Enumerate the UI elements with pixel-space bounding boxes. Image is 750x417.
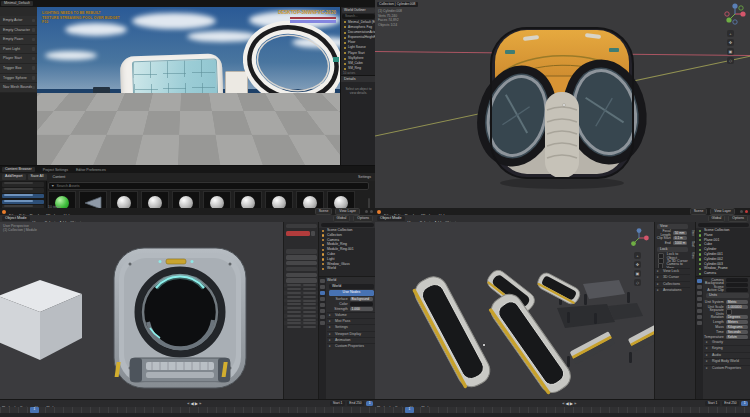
place-actors-list-item[interactable]: Player Start xyxy=(0,54,37,64)
viewport-3d[interactable]: + ✥ ▣ ◇ xyxy=(375,222,654,400)
scrollbar[interactable] xyxy=(368,198,370,208)
use-nodes-button[interactable]: Use Nodes xyxy=(329,290,374,296)
strength-value[interactable]: 1.000 xyxy=(350,307,373,311)
source-row[interactable] xyxy=(2,188,44,193)
asset-sphere[interactable] xyxy=(172,191,200,208)
mode-dropdown[interactable]: Object Mode xyxy=(377,216,405,222)
asset-sphere[interactable] xyxy=(296,191,324,208)
zoom-icon[interactable]: + xyxy=(634,252,641,259)
move-icon[interactable]: ✥ xyxy=(634,261,641,268)
tray-objects[interactable] xyxy=(375,222,654,400)
mode-dropdown[interactable]: Object Mode xyxy=(2,216,30,222)
panel-header[interactable] xyxy=(286,224,317,229)
breadcrumb[interactable]: Content xyxy=(53,175,66,179)
section-header[interactable] xyxy=(286,267,317,272)
asset-sphere[interactable] xyxy=(141,191,169,208)
filter-icon[interactable]: ▼ xyxy=(51,184,55,188)
tab-project-settings[interactable]: Project Settings xyxy=(43,168,68,172)
zoom-icon[interactable]: + xyxy=(727,30,734,37)
mode-field[interactable] xyxy=(286,249,317,254)
separate-units-checkbox[interactable] xyxy=(726,309,732,315)
outliner-tree-item[interactable]: SM_Ring xyxy=(341,66,375,71)
asset-sphere[interactable] xyxy=(203,191,231,208)
playback-controls[interactable]: «◀▶» xyxy=(562,401,577,406)
background-scene-field[interactable] xyxy=(726,283,748,287)
frame-end-field[interactable]: End 250 xyxy=(347,401,364,406)
current-frame-field[interactable]: 1 xyxy=(741,401,748,406)
view-layer-selector[interactable]: View Layer xyxy=(335,208,360,215)
asset-sphere[interactable] xyxy=(110,191,138,208)
place-actors-list-item[interactable]: Nav Mesh Bounds xyxy=(0,83,37,93)
nav-gizmo-icon[interactable] xyxy=(722,1,748,27)
view-layer-selector[interactable]: View Layer xyxy=(710,208,735,215)
panel-button[interactable] xyxy=(286,261,317,266)
timeline-ruler[interactable]: 1 xyxy=(375,407,750,413)
outliner-tab[interactable]: World Outliner xyxy=(342,8,375,13)
orientation-dropdown[interactable]: Global xyxy=(708,215,726,222)
window-controls[interactable] xyxy=(738,210,748,213)
rotation-unit[interactable]: Degrees xyxy=(726,315,748,319)
scene-selector[interactable]: Scene xyxy=(315,208,333,215)
perspective-icon[interactable]: ◇ xyxy=(634,279,641,286)
options-dropdown[interactable]: Options xyxy=(353,215,373,222)
clip-start-field[interactable]: 0.1 m xyxy=(673,236,687,240)
asset-sphere[interactable] xyxy=(234,191,262,208)
playback-controls[interactable]: «◀▶» xyxy=(187,401,202,406)
level-tab[interactable]: Minimal_Default xyxy=(1,1,33,6)
place-actors-list-item[interactable]: Empty Character xyxy=(0,26,37,36)
source-row[interactable] xyxy=(2,182,44,187)
temperature-unit[interactable]: Kelvin xyxy=(726,335,748,339)
active-clip-field[interactable] xyxy=(726,288,748,292)
save-all-button[interactable]: Save All xyxy=(28,174,47,180)
collapsed-sections-item[interactable]: Custom Properties xyxy=(327,343,375,349)
perspective-icon[interactable]: ◇ xyxy=(727,57,734,64)
source-row-selected[interactable] xyxy=(2,200,44,205)
world-datablock[interactable]: World xyxy=(329,284,374,289)
mass-unit[interactable]: Kilograms xyxy=(726,325,748,329)
options-dropdown[interactable]: Options xyxy=(728,215,748,222)
focal-length-field[interactable]: 50 mm xyxy=(673,231,687,235)
properties-tabs[interactable] xyxy=(319,277,326,401)
details-tab[interactable]: Details xyxy=(341,75,375,82)
outliner-tree-item[interactable]: World xyxy=(319,266,375,271)
blender-viewport-pod[interactable]: Collection | Cylinder.008 (1) Cylinder.0… xyxy=(375,0,750,208)
place-actors-list-item[interactable]: Empty Actor xyxy=(0,16,37,26)
panel-button[interactable] xyxy=(286,273,317,278)
panel-button[interactable] xyxy=(286,255,317,260)
time-unit[interactable]: Seconds xyxy=(726,330,748,334)
place-actors-tabs[interactable] xyxy=(0,7,37,16)
place-actors-list-item[interactable]: Trigger Box xyxy=(0,64,37,74)
frame-start-field[interactable]: Start 1 xyxy=(330,401,345,406)
collapsed-sections-item[interactable]: Annotations xyxy=(655,287,690,293)
properties-tabs[interactable] xyxy=(696,277,703,401)
camera-icon[interactable]: ▣ xyxy=(727,48,734,55)
ring-module-mesh[interactable] xyxy=(100,246,260,396)
clip-end-field[interactable]: 1000 m xyxy=(673,241,687,245)
unreal-viewport[interactable]: LIGHTING NEEDS TO BE REBUILT TEXTURE STR… xyxy=(37,7,340,165)
place-actors-list-item[interactable]: Point Light xyxy=(0,45,37,55)
current-frame-field[interactable]: 1 xyxy=(366,401,373,406)
missing-path-field[interactable] xyxy=(286,231,310,236)
asset-sphere[interactable] xyxy=(327,191,355,208)
source-row-selected[interactable] xyxy=(2,194,44,199)
viewport-3d[interactable]: User Perspective (1) Collection | Module xyxy=(0,222,283,400)
collapsed-sections-item[interactable]: Custom Properties xyxy=(704,365,750,371)
frame-end-field[interactable]: End 250 xyxy=(722,401,739,406)
frame-start-field[interactable]: Start 1 xyxy=(705,401,720,406)
units-section[interactable]: Units xyxy=(706,293,749,298)
outliner-filter-input[interactable] xyxy=(698,223,749,227)
asset-sphere[interactable] xyxy=(265,191,293,208)
camera-field[interactable] xyxy=(726,278,748,282)
place-actors-list-item[interactable]: Empty Pawn xyxy=(0,35,37,45)
blender-logo-icon[interactable] xyxy=(377,210,381,214)
playhead[interactable]: 1 xyxy=(405,407,414,413)
tab-editor-preferences[interactable]: Editor Preferences xyxy=(76,168,106,172)
scene-selector[interactable]: Scene xyxy=(690,208,708,215)
asset-search-input[interactable]: ▼ Search Assets xyxy=(48,182,369,190)
move-icon[interactable]: ✥ xyxy=(727,39,734,46)
nav-gizmo-icon[interactable] xyxy=(627,226,651,250)
camera-icon[interactable]: ▣ xyxy=(634,270,641,277)
playhead[interactable]: 1 xyxy=(30,407,39,413)
unit-system[interactable]: Metric xyxy=(726,300,748,304)
unit-scale[interactable]: 1.000000 xyxy=(726,305,748,309)
